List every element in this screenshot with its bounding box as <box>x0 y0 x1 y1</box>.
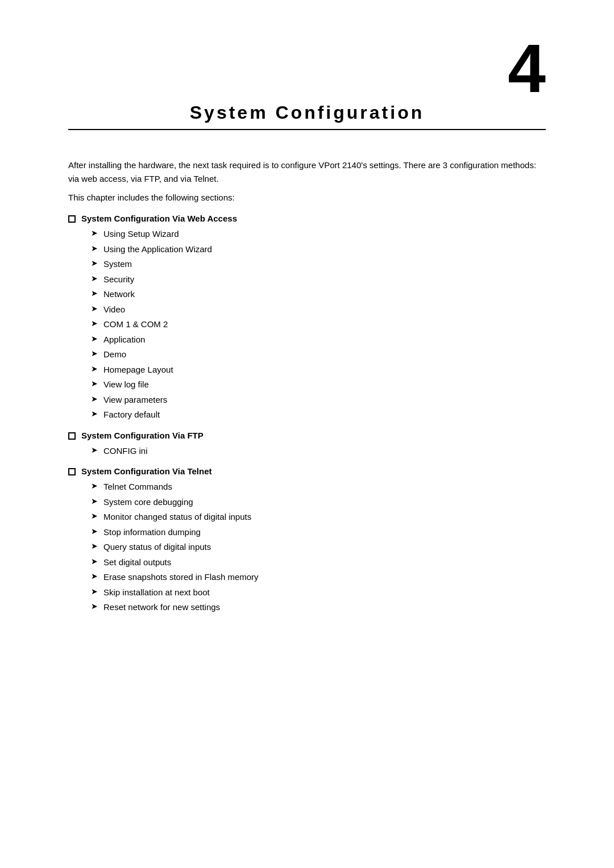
list-item: ➤Using the Application Wizard <box>91 243 546 256</box>
list-item-text: Set digital outputs <box>103 556 171 569</box>
list-item: ➤CONFIG ini <box>91 445 546 458</box>
square-bullet-telnet <box>68 468 76 475</box>
arrow-bullet-icon: ➤ <box>91 244 98 253</box>
sub-items-ftp: ➤CONFIG ini <box>91 445 546 458</box>
arrow-bullet-icon: ➤ <box>91 258 98 268</box>
section-header-text-web-access: System Configuration Via Web Access <box>81 214 237 223</box>
sub-items-web-access: ➤Using Setup Wizard➤Using the Applicatio… <box>91 228 546 422</box>
list-item-text: Monitor changed status of digital inputs <box>103 511 251 524</box>
list-item: ➤Erase snapshots stored in Flash memory <box>91 571 546 584</box>
list-item: ➤Telnet Commands <box>91 481 546 494</box>
arrow-bullet-icon: ➤ <box>91 511 98 520</box>
arrow-bullet-icon: ➤ <box>91 228 98 237</box>
arrow-bullet-icon: ➤ <box>91 394 98 403</box>
arrow-bullet-icon: ➤ <box>91 379 98 388</box>
arrow-bullet-icon: ➤ <box>91 587 98 596</box>
list-item-text: View log file <box>103 378 149 391</box>
arrow-bullet-icon: ➤ <box>91 496 98 506</box>
chapter-title: System Configuration <box>68 102 546 130</box>
sections-container: System Configuration Via Web Access➤Usin… <box>68 214 546 614</box>
list-item: ➤Security <box>91 273 546 286</box>
section-header-telnet: System Configuration Via Telnet <box>68 466 546 476</box>
list-item: ➤Demo <box>91 348 546 361</box>
list-item-text: COM 1 & COM 2 <box>103 318 168 331</box>
list-item-text: Video <box>103 303 125 316</box>
sub-items-telnet: ➤Telnet Commands➤System core debugging➤M… <box>91 481 546 614</box>
arrow-bullet-icon: ➤ <box>91 319 98 328</box>
chapter-number: 4 <box>68 34 546 102</box>
list-item: ➤Network <box>91 288 546 301</box>
intro-paragraph-1: After installing the hardware, the next … <box>68 158 546 186</box>
list-item: ➤Skip installation at next boot <box>91 586 546 599</box>
square-bullet-web-access <box>68 215 76 223</box>
page: 4 System Configuration After installing … <box>0 0 614 868</box>
arrow-bullet-icon: ➤ <box>91 602 98 611</box>
list-item-text: System <box>103 258 132 271</box>
list-item: ➤Query status of digital inputs <box>91 541 546 554</box>
list-item: ➤Set digital outputs <box>91 556 546 569</box>
list-item: ➤Homepage Layout <box>91 364 546 377</box>
list-item-text: Application <box>103 333 145 347</box>
list-item: ➤View log file <box>91 378 546 391</box>
arrow-bullet-icon: ➤ <box>91 571 98 581</box>
list-item: ➤Factory default <box>91 408 546 422</box>
section-header-web-access: System Configuration Via Web Access <box>68 214 546 223</box>
list-item-text: Skip installation at next boot <box>103 586 210 599</box>
list-item-text: Erase snapshots stored in Flash memory <box>103 571 259 584</box>
list-item-text: Using Setup Wizard <box>103 228 179 241</box>
arrow-bullet-icon: ➤ <box>91 527 98 536</box>
section-header-text-telnet: System Configuration Via Telnet <box>81 466 211 476</box>
list-item-text: View parameters <box>103 394 167 407</box>
list-item: ➤System core debugging <box>91 496 546 509</box>
list-item: ➤Stop information dumping <box>91 526 546 539</box>
arrow-bullet-icon: ➤ <box>91 541 98 550</box>
list-item: ➤Video <box>91 303 546 316</box>
list-item: ➤Monitor changed status of digital input… <box>91 511 546 524</box>
arrow-bullet-icon: ➤ <box>91 364 98 373</box>
arrow-bullet-icon: ➤ <box>91 274 98 283</box>
arrow-bullet-icon: ➤ <box>91 481 98 490</box>
list-item-text: Reset network for new settings <box>103 601 220 614</box>
arrow-bullet-icon: ➤ <box>91 304 98 313</box>
list-item-text: Homepage Layout <box>103 364 173 377</box>
list-item-text: Network <box>103 288 135 301</box>
arrow-bullet-icon: ➤ <box>91 349 98 358</box>
list-item-text: Factory default <box>103 408 160 422</box>
list-item-text: System core debugging <box>103 496 193 509</box>
list-item-text: Security <box>103 273 134 286</box>
list-item: ➤Using Setup Wizard <box>91 228 546 241</box>
list-item: ➤COM 1 & COM 2 <box>91 318 546 331</box>
list-item-text: Telnet Commands <box>103 481 172 494</box>
section-header-ftp: System Configuration Via FTP <box>68 431 546 440</box>
list-item: ➤View parameters <box>91 394 546 407</box>
section-header-text-ftp: System Configuration Via FTP <box>81 431 204 440</box>
list-item: ➤Reset network for new settings <box>91 601 546 614</box>
list-item-text: Stop information dumping <box>103 526 201 539</box>
arrow-bullet-icon: ➤ <box>91 334 98 343</box>
list-item: ➤System <box>91 258 546 271</box>
list-item-text: Demo <box>103 348 126 361</box>
list-item: ➤Application <box>91 333 546 347</box>
list-item-text: Using the Application Wizard <box>103 243 212 256</box>
intro-paragraph-2: This chapter includes the following sect… <box>68 193 546 202</box>
arrow-bullet-icon: ➤ <box>91 557 98 566</box>
arrow-bullet-icon: ➤ <box>91 409 98 418</box>
list-item-text: Query status of digital inputs <box>103 541 211 554</box>
arrow-bullet-icon: ➤ <box>91 289 98 298</box>
list-item-text: CONFIG ini <box>103 445 148 458</box>
square-bullet-ftp <box>68 432 76 440</box>
arrow-bullet-icon: ➤ <box>91 445 98 454</box>
